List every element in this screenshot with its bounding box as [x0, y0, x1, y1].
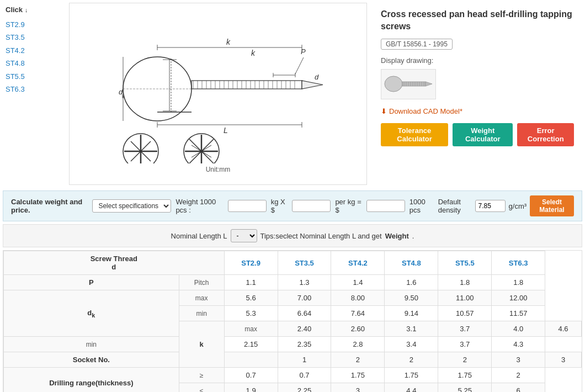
- click-arrow: ↓: [25, 7, 28, 13]
- sidebar-link-st42[interactable]: ST4.2: [6, 44, 61, 57]
- sidebar-link-st63[interactable]: ST6.3: [6, 83, 61, 96]
- value-cell: 4.3: [492, 337, 545, 352]
- nominal-weight-label: Weight: [385, 232, 409, 240]
- download-cad-link[interactable]: ⬇ Download CAD Model*: [381, 107, 574, 115]
- value-cell: 1: [278, 352, 331, 368]
- sub-cell: [224, 352, 278, 368]
- density-unit: g/cm³: [509, 202, 527, 210]
- col-header-st29[interactable]: ST2.9: [224, 251, 278, 275]
- value-cell: 3: [492, 352, 545, 368]
- total-input[interactable]: [366, 200, 405, 212]
- value-cell: 3.7: [438, 337, 492, 352]
- sub-cell: min: [179, 306, 224, 321]
- kg-label: kg X $: [271, 198, 288, 214]
- value-cell: 7.00: [278, 290, 331, 306]
- value-cell: 0.7: [224, 368, 278, 383]
- table-row: dkmax5.67.008.009.5011.0012.00: [4, 290, 582, 306]
- sub-cell: max: [179, 290, 224, 306]
- row-header: Screw Threadd: [4, 251, 225, 275]
- click-label: Click ↓: [6, 6, 61, 14]
- weight-label: Weight 1000 pcs :: [176, 198, 223, 214]
- value-cell: 1.75: [438, 368, 492, 383]
- standard-badge: GB/T 15856.1 - 1995: [381, 39, 453, 50]
- specs-table: Screw Threadd ST2.9 ST3.5 ST4.2 ST4.8 ST…: [3, 251, 582, 392]
- sub-cell: ≤: [179, 383, 224, 393]
- nominal-bar: Nominal Length L -68101214162025 Tips:se…: [3, 224, 582, 247]
- svg-rect-2: [192, 81, 302, 89]
- svg-text:k: k: [226, 38, 231, 46]
- thumb-svg: [384, 73, 433, 95]
- value-cell: 5.3: [224, 306, 278, 321]
- value-cell: 0.7: [278, 368, 331, 383]
- display-drawing-label: Display drawing:: [381, 56, 574, 65]
- download-label: Download CAD Model*: [389, 107, 462, 115]
- weight-calculator-button[interactable]: Weight Calculator: [453, 123, 513, 146]
- col-header-st55[interactable]: ST5.5: [438, 251, 492, 275]
- value-cell: 9.50: [385, 290, 438, 306]
- sub-cell: ≥: [179, 368, 224, 383]
- col-header-st35[interactable]: ST3.5: [278, 251, 331, 275]
- per-kg-label: per kg = $: [335, 198, 361, 214]
- value-cell: 2.8: [331, 337, 385, 352]
- value-cell: 2: [331, 352, 385, 368]
- col-header-st48[interactable]: ST4.8: [385, 251, 438, 275]
- value-cell: 1.4: [331, 275, 385, 290]
- nominal-tips: Tips:seclect Nominal Length L and get: [260, 232, 382, 240]
- spec-select[interactable]: Select specificationsST2.9ST3.5ST4.2ST4.…: [92, 199, 171, 213]
- sidebar-link-st55[interactable]: ST5.5: [6, 70, 61, 83]
- value-cell: 1.3: [278, 275, 331, 290]
- value-cell: 1.6: [385, 275, 438, 290]
- sub-cell: Pitch: [179, 275, 224, 290]
- svg-text:d: d: [315, 73, 319, 81]
- sub-cell: min: [4, 337, 179, 352]
- svg-text:k: k: [251, 49, 256, 57]
- svg-point-63: [385, 76, 402, 92]
- value-cell: 3.4: [385, 337, 438, 352]
- value-cell: 8.00: [331, 290, 385, 306]
- value-cell: 5.6: [224, 290, 278, 306]
- value-cell: 1.75: [331, 368, 385, 383]
- unit-label: Unit:mm: [206, 166, 231, 173]
- value-cell: 3: [331, 383, 385, 393]
- sidebar-link-st35[interactable]: ST3.5: [6, 31, 61, 44]
- value-cell: 2.15: [224, 337, 278, 352]
- error-correction-button[interactable]: Error Correction: [517, 123, 574, 146]
- value-cell: 5.25: [438, 383, 492, 393]
- param-cell: k: [179, 321, 224, 368]
- value-cell: 3.7: [438, 321, 492, 337]
- value-cell: 6: [492, 383, 545, 393]
- value-cell: 7.64: [331, 306, 385, 321]
- table-row: Drilling range(thickness)≥0.70.71.751.75…: [4, 368, 582, 383]
- sidebar-link-st48[interactable]: ST4.8: [6, 57, 61, 70]
- value-cell: 2: [492, 368, 545, 383]
- svg-text:L: L: [224, 126, 228, 135]
- value-cell: 1.8: [438, 275, 492, 290]
- sidebar-link-st29[interactable]: ST2.9: [6, 18, 61, 31]
- value-cell: 9.14: [385, 306, 438, 321]
- value-cell: 10.57: [438, 306, 492, 321]
- screw-thumbnail: [381, 69, 436, 99]
- value-cell: 11.57: [492, 306, 545, 321]
- price-input[interactable]: [292, 200, 331, 212]
- density-input[interactable]: [475, 200, 506, 212]
- value-cell: 1.75: [385, 368, 438, 383]
- select-material-button[interactable]: Seledt Material: [530, 195, 574, 216]
- calculator-bar: Calculate weight and price. Select speci…: [3, 190, 582, 221]
- param-cell: dk: [4, 290, 179, 337]
- value-cell: 2.40: [278, 321, 331, 337]
- svg-text:k: k: [122, 94, 125, 99]
- weight-input[interactable]: [228, 200, 267, 212]
- action-buttons: Tolerance Calculator Weight Calculator E…: [381, 123, 574, 146]
- value-cell: 2.25: [278, 383, 331, 393]
- col-header-st42[interactable]: ST4.2: [331, 251, 385, 275]
- data-table-wrap: Screw Threadd ST2.9 ST3.5 ST4.2 ST4.8 ST…: [3, 250, 582, 392]
- col-header-st63[interactable]: ST6.3: [492, 251, 545, 275]
- value-cell: 3: [545, 352, 582, 368]
- svg-marker-27: [302, 81, 323, 89]
- tolerance-calculator-button[interactable]: Tolerance Calculator: [381, 123, 448, 146]
- table-row: PPitch1.11.31.41.61.81.8: [4, 275, 582, 290]
- product-title: Cross recessed pan head self-drilling ta…: [381, 8, 574, 33]
- nominal-select[interactable]: -68101214162025: [231, 229, 257, 242]
- density-section: Default density g/cm³ Seledt Material: [438, 195, 574, 216]
- value-cell: 1.1: [224, 275, 278, 290]
